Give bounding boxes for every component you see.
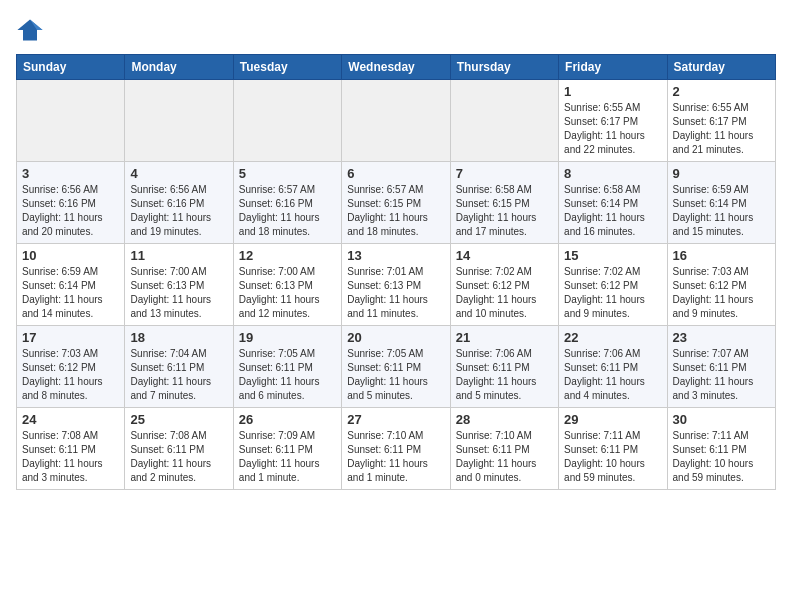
day-info: Sunrise: 7:02 AM Sunset: 6:12 PM Dayligh… bbox=[564, 266, 645, 319]
calendar-week-row: 17Sunrise: 7:03 AM Sunset: 6:12 PM Dayli… bbox=[17, 326, 776, 408]
calendar-cell: 16Sunrise: 7:03 AM Sunset: 6:12 PM Dayli… bbox=[667, 244, 775, 326]
day-number: 27 bbox=[347, 412, 444, 427]
calendar-week-row: 10Sunrise: 6:59 AM Sunset: 6:14 PM Dayli… bbox=[17, 244, 776, 326]
calendar: SundayMondayTuesdayWednesdayThursdayFrid… bbox=[16, 54, 776, 490]
day-number: 29 bbox=[564, 412, 661, 427]
calendar-header-row: SundayMondayTuesdayWednesdayThursdayFrid… bbox=[17, 55, 776, 80]
day-number: 28 bbox=[456, 412, 553, 427]
calendar-cell bbox=[17, 80, 125, 162]
calendar-cell: 4Sunrise: 6:56 AM Sunset: 6:16 PM Daylig… bbox=[125, 162, 233, 244]
day-number: 11 bbox=[130, 248, 227, 263]
column-header-wednesday: Wednesday bbox=[342, 55, 450, 80]
day-number: 16 bbox=[673, 248, 770, 263]
day-info: Sunrise: 7:03 AM Sunset: 6:12 PM Dayligh… bbox=[673, 266, 754, 319]
calendar-cell: 5Sunrise: 6:57 AM Sunset: 6:16 PM Daylig… bbox=[233, 162, 341, 244]
day-number: 21 bbox=[456, 330, 553, 345]
day-number: 30 bbox=[673, 412, 770, 427]
day-info: Sunrise: 7:08 AM Sunset: 6:11 PM Dayligh… bbox=[130, 430, 211, 483]
calendar-cell: 12Sunrise: 7:00 AM Sunset: 6:13 PM Dayli… bbox=[233, 244, 341, 326]
calendar-cell bbox=[233, 80, 341, 162]
calendar-cell: 7Sunrise: 6:58 AM Sunset: 6:15 PM Daylig… bbox=[450, 162, 558, 244]
calendar-cell: 20Sunrise: 7:05 AM Sunset: 6:11 PM Dayli… bbox=[342, 326, 450, 408]
day-number: 14 bbox=[456, 248, 553, 263]
day-info: Sunrise: 7:06 AM Sunset: 6:11 PM Dayligh… bbox=[564, 348, 645, 401]
day-info: Sunrise: 7:06 AM Sunset: 6:11 PM Dayligh… bbox=[456, 348, 537, 401]
page-header bbox=[16, 16, 776, 44]
calendar-cell: 23Sunrise: 7:07 AM Sunset: 6:11 PM Dayli… bbox=[667, 326, 775, 408]
calendar-cell: 24Sunrise: 7:08 AM Sunset: 6:11 PM Dayli… bbox=[17, 408, 125, 490]
day-number: 9 bbox=[673, 166, 770, 181]
day-number: 13 bbox=[347, 248, 444, 263]
day-number: 3 bbox=[22, 166, 119, 181]
day-info: Sunrise: 6:56 AM Sunset: 6:16 PM Dayligh… bbox=[130, 184, 211, 237]
calendar-week-row: 3Sunrise: 6:56 AM Sunset: 6:16 PM Daylig… bbox=[17, 162, 776, 244]
calendar-cell: 9Sunrise: 6:59 AM Sunset: 6:14 PM Daylig… bbox=[667, 162, 775, 244]
day-info: Sunrise: 7:11 AM Sunset: 6:11 PM Dayligh… bbox=[673, 430, 754, 483]
column-header-tuesday: Tuesday bbox=[233, 55, 341, 80]
day-number: 1 bbox=[564, 84, 661, 99]
calendar-cell: 6Sunrise: 6:57 AM Sunset: 6:15 PM Daylig… bbox=[342, 162, 450, 244]
day-number: 4 bbox=[130, 166, 227, 181]
calendar-cell: 11Sunrise: 7:00 AM Sunset: 6:13 PM Dayli… bbox=[125, 244, 233, 326]
calendar-week-row: 24Sunrise: 7:08 AM Sunset: 6:11 PM Dayli… bbox=[17, 408, 776, 490]
day-number: 22 bbox=[564, 330, 661, 345]
day-info: Sunrise: 7:02 AM Sunset: 6:12 PM Dayligh… bbox=[456, 266, 537, 319]
day-info: Sunrise: 7:10 AM Sunset: 6:11 PM Dayligh… bbox=[347, 430, 428, 483]
day-info: Sunrise: 7:10 AM Sunset: 6:11 PM Dayligh… bbox=[456, 430, 537, 483]
calendar-cell: 27Sunrise: 7:10 AM Sunset: 6:11 PM Dayli… bbox=[342, 408, 450, 490]
day-info: Sunrise: 6:58 AM Sunset: 6:14 PM Dayligh… bbox=[564, 184, 645, 237]
calendar-cell: 28Sunrise: 7:10 AM Sunset: 6:11 PM Dayli… bbox=[450, 408, 558, 490]
day-number: 7 bbox=[456, 166, 553, 181]
day-info: Sunrise: 6:57 AM Sunset: 6:15 PM Dayligh… bbox=[347, 184, 428, 237]
day-info: Sunrise: 7:09 AM Sunset: 6:11 PM Dayligh… bbox=[239, 430, 320, 483]
day-info: Sunrise: 6:57 AM Sunset: 6:16 PM Dayligh… bbox=[239, 184, 320, 237]
day-number: 5 bbox=[239, 166, 336, 181]
calendar-cell: 30Sunrise: 7:11 AM Sunset: 6:11 PM Dayli… bbox=[667, 408, 775, 490]
day-number: 17 bbox=[22, 330, 119, 345]
calendar-cell: 18Sunrise: 7:04 AM Sunset: 6:11 PM Dayli… bbox=[125, 326, 233, 408]
day-number: 26 bbox=[239, 412, 336, 427]
day-number: 24 bbox=[22, 412, 119, 427]
day-info: Sunrise: 7:00 AM Sunset: 6:13 PM Dayligh… bbox=[130, 266, 211, 319]
column-header-saturday: Saturday bbox=[667, 55, 775, 80]
day-info: Sunrise: 7:03 AM Sunset: 6:12 PM Dayligh… bbox=[22, 348, 103, 401]
calendar-cell bbox=[450, 80, 558, 162]
calendar-cell: 2Sunrise: 6:55 AM Sunset: 6:17 PM Daylig… bbox=[667, 80, 775, 162]
calendar-cell bbox=[342, 80, 450, 162]
day-number: 18 bbox=[130, 330, 227, 345]
day-info: Sunrise: 7:04 AM Sunset: 6:11 PM Dayligh… bbox=[130, 348, 211, 401]
day-number: 23 bbox=[673, 330, 770, 345]
calendar-cell: 17Sunrise: 7:03 AM Sunset: 6:12 PM Dayli… bbox=[17, 326, 125, 408]
column-header-sunday: Sunday bbox=[17, 55, 125, 80]
calendar-cell: 1Sunrise: 6:55 AM Sunset: 6:17 PM Daylig… bbox=[559, 80, 667, 162]
day-info: Sunrise: 7:00 AM Sunset: 6:13 PM Dayligh… bbox=[239, 266, 320, 319]
column-header-monday: Monday bbox=[125, 55, 233, 80]
day-info: Sunrise: 6:58 AM Sunset: 6:15 PM Dayligh… bbox=[456, 184, 537, 237]
calendar-cell: 19Sunrise: 7:05 AM Sunset: 6:11 PM Dayli… bbox=[233, 326, 341, 408]
calendar-week-row: 1Sunrise: 6:55 AM Sunset: 6:17 PM Daylig… bbox=[17, 80, 776, 162]
column-header-thursday: Thursday bbox=[450, 55, 558, 80]
day-info: Sunrise: 7:05 AM Sunset: 6:11 PM Dayligh… bbox=[239, 348, 320, 401]
calendar-cell: 8Sunrise: 6:58 AM Sunset: 6:14 PM Daylig… bbox=[559, 162, 667, 244]
day-number: 6 bbox=[347, 166, 444, 181]
day-number: 2 bbox=[673, 84, 770, 99]
day-number: 25 bbox=[130, 412, 227, 427]
day-info: Sunrise: 7:07 AM Sunset: 6:11 PM Dayligh… bbox=[673, 348, 754, 401]
column-header-friday: Friday bbox=[559, 55, 667, 80]
calendar-cell: 25Sunrise: 7:08 AM Sunset: 6:11 PM Dayli… bbox=[125, 408, 233, 490]
day-number: 19 bbox=[239, 330, 336, 345]
calendar-cell: 26Sunrise: 7:09 AM Sunset: 6:11 PM Dayli… bbox=[233, 408, 341, 490]
calendar-cell: 22Sunrise: 7:06 AM Sunset: 6:11 PM Dayli… bbox=[559, 326, 667, 408]
day-number: 20 bbox=[347, 330, 444, 345]
day-number: 15 bbox=[564, 248, 661, 263]
logo bbox=[16, 16, 48, 44]
day-info: Sunrise: 6:56 AM Sunset: 6:16 PM Dayligh… bbox=[22, 184, 103, 237]
day-number: 10 bbox=[22, 248, 119, 263]
day-info: Sunrise: 7:05 AM Sunset: 6:11 PM Dayligh… bbox=[347, 348, 428, 401]
day-number: 8 bbox=[564, 166, 661, 181]
calendar-cell: 3Sunrise: 6:56 AM Sunset: 6:16 PM Daylig… bbox=[17, 162, 125, 244]
calendar-cell: 13Sunrise: 7:01 AM Sunset: 6:13 PM Dayli… bbox=[342, 244, 450, 326]
calendar-cell bbox=[125, 80, 233, 162]
day-info: Sunrise: 7:11 AM Sunset: 6:11 PM Dayligh… bbox=[564, 430, 645, 483]
day-info: Sunrise: 6:55 AM Sunset: 6:17 PM Dayligh… bbox=[673, 102, 754, 155]
